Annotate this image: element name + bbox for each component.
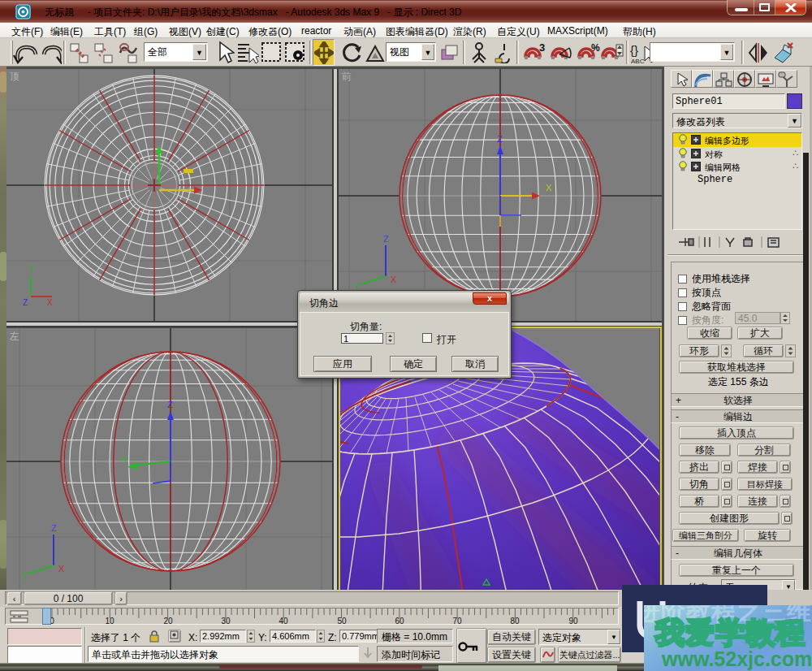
svg-text:ABC: ABC [631, 58, 645, 65]
svg-text:40: 40 [279, 617, 288, 625]
svg-text:30: 30 [221, 617, 231, 625]
svg-text:70: 70 [452, 617, 462, 625]
svg-text:60: 60 [395, 617, 404, 625]
svg-text:90: 90 [568, 617, 578, 625]
svg-text:Z: Z [167, 400, 173, 409]
svg-text:Z: Z [23, 298, 28, 307]
svg-text:X: X [391, 275, 397, 284]
svg-text:Y: Y [28, 265, 34, 274]
svg-text:{}: {} [630, 43, 638, 57]
svg-text:80: 80 [510, 617, 520, 625]
svg-text:10: 10 [105, 617, 114, 625]
svg-text:X: X [47, 298, 53, 307]
svg-text:Y: Y [122, 455, 128, 465]
svg-text:50: 50 [337, 617, 347, 625]
svg-text:Y: Y [21, 570, 28, 580]
svg-text:Z: Z [51, 523, 57, 533]
svg-text:20: 20 [163, 617, 173, 625]
svg-text:Z: Z [497, 134, 503, 144]
svg-text:Z: Z [383, 234, 389, 244]
svg-text:X: X [546, 183, 552, 193]
svg-text:X: X [58, 564, 65, 574]
svg-text:3: 3 [539, 41, 545, 54]
